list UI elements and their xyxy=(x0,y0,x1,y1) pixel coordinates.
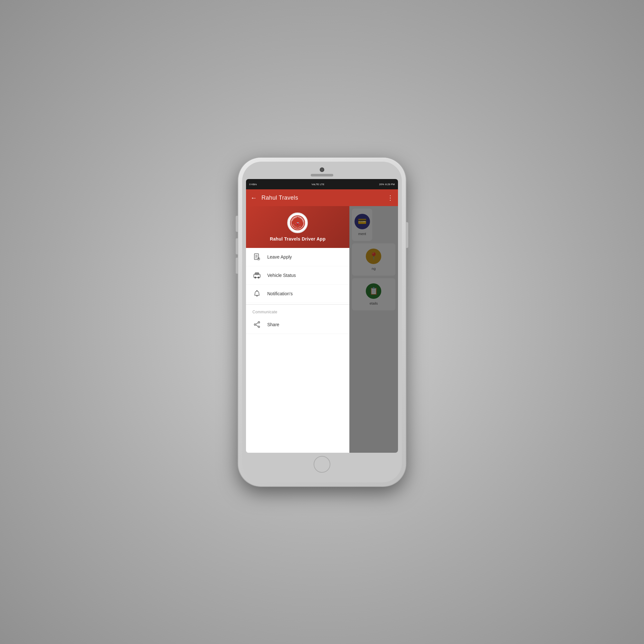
menu-item-leave-apply[interactable]: Leave Apply xyxy=(246,248,349,266)
bell-icon xyxy=(253,290,261,298)
time-display: 8:29 PM xyxy=(385,183,395,186)
data-speed: 0 KB/s xyxy=(249,183,257,186)
phone-top xyxy=(246,167,398,176)
svg-point-10 xyxy=(258,258,259,259)
speaker xyxy=(311,174,333,176)
status-left: 0 KB/s xyxy=(249,183,257,186)
svg-text:🚗: 🚗 xyxy=(295,220,300,225)
logo-svg: RAHUL TRAVELS 🚗 DRIVER APP xyxy=(289,214,306,232)
drawer-app-name: Rahul Travels Driver App xyxy=(270,236,326,241)
svg-point-16 xyxy=(257,290,257,291)
menu-divider xyxy=(246,304,349,305)
status-right: 20% 8:29 PM xyxy=(379,183,395,186)
share-svg-icon xyxy=(253,321,261,328)
notifications-label: Notification's xyxy=(267,291,293,296)
svg-line-20 xyxy=(256,323,258,324)
drawer-overlay[interactable] xyxy=(349,206,398,453)
leave-apply-label: Leave Apply xyxy=(267,254,292,260)
menu-item-vehicle-status[interactable]: Vehicle Status xyxy=(246,266,349,285)
logo-inner: RAHUL TRAVELS 🚗 DRIVER APP xyxy=(289,214,307,232)
navigation-drawer: RAHUL TRAVELS 🚗 DRIVER APP xyxy=(246,206,349,453)
svg-line-21 xyxy=(256,325,258,327)
svg-point-18 xyxy=(254,324,256,326)
document-icon xyxy=(253,253,261,261)
svg-point-17 xyxy=(258,322,260,323)
camera xyxy=(320,167,324,172)
vehicle-status-icon xyxy=(252,271,261,280)
menu-item-share[interactable]: Share xyxy=(246,316,349,334)
more-options-button[interactable]: ⋮ xyxy=(387,194,393,202)
back-button[interactable]: ← xyxy=(251,194,257,202)
phone-device: 0 KB/s VoLTE LTE 20% 8:29 PM ← Rahul Tra… xyxy=(238,158,406,486)
notifications-icon xyxy=(252,289,261,298)
share-icon xyxy=(252,320,261,329)
app-logo: RAHUL TRAVELS 🚗 DRIVER APP xyxy=(287,213,308,233)
content-area: RAHUL TRAVELS 🚗 DRIVER APP xyxy=(246,206,398,453)
menu-item-notifications[interactable]: Notification's xyxy=(246,285,349,303)
battery-percent: 20% xyxy=(379,183,384,186)
screen: 0 KB/s VoLTE LTE 20% 8:29 PM ← Rahul Tra… xyxy=(246,179,398,453)
network-info: VoLTE LTE xyxy=(312,183,325,186)
svg-point-13 xyxy=(258,277,259,278)
app-title: Rahul Travels xyxy=(261,194,387,201)
car-icon xyxy=(253,271,261,279)
drawer-menu: Leave Apply xyxy=(246,248,349,453)
share-label: Share xyxy=(267,322,279,327)
svg-rect-14 xyxy=(256,273,258,275)
vehicle-status-label: Vehicle Status xyxy=(267,273,296,278)
app-bar: ← Rahul Travels ⋮ xyxy=(246,189,398,206)
drawer-header: RAHUL TRAVELS 🚗 DRIVER APP xyxy=(246,206,349,248)
communicate-section-header: Communicate xyxy=(246,306,349,316)
bg-content: 💳 ment 📍 ng xyxy=(349,206,398,453)
leave-apply-icon xyxy=(252,252,261,261)
svg-point-12 xyxy=(255,277,256,278)
svg-point-19 xyxy=(258,326,260,328)
home-button[interactable] xyxy=(314,456,330,473)
status-center: VoLTE LTE xyxy=(312,183,325,186)
status-bar: 0 KB/s VoLTE LTE 20% 8:29 PM xyxy=(246,179,398,189)
